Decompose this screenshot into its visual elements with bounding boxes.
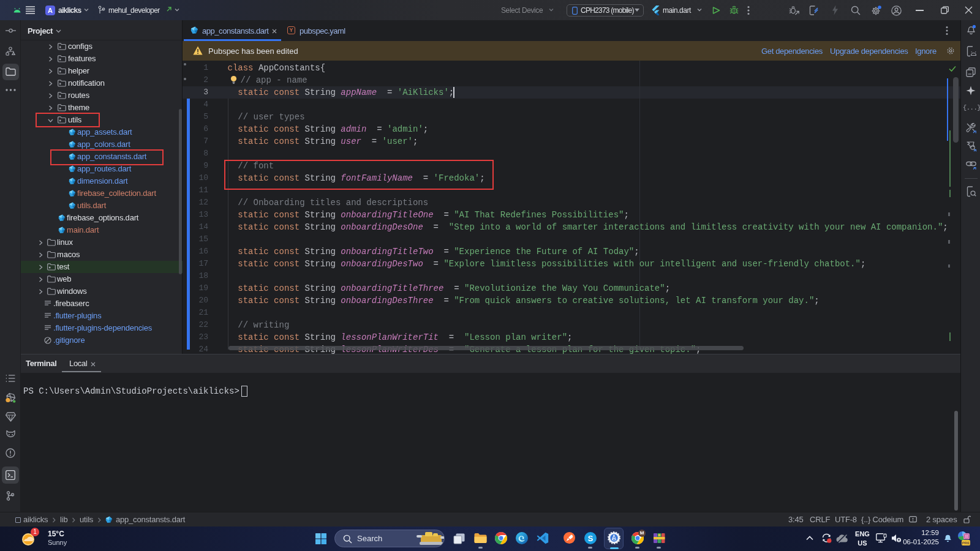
svg-text:PRE: PRE [962,541,970,545]
svg-text:S: S [588,534,594,543]
